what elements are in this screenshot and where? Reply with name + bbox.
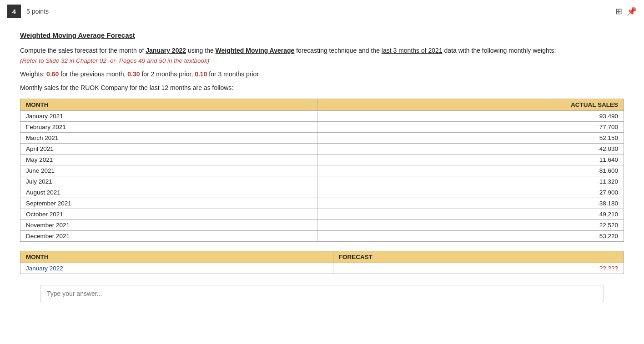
sales-month-cell: November 2021 <box>20 220 317 231</box>
forecast-col1-header: MONTH <box>20 251 333 263</box>
sales-table: MONTH ACTUAL SALES January 2021 93,490 F… <box>20 99 624 242</box>
sales-table-row: July 2021 11,320 <box>20 176 624 187</box>
sales-table-row: March 2021 52,150 <box>20 133 624 144</box>
question-title: Weighted Moving Average Forecast <box>20 31 624 39</box>
sales-month-cell: January 2021 <box>20 111 317 122</box>
sales-month-cell: December 2021 <box>20 231 317 242</box>
forecast-month-cell: January 2022 <box>20 263 333 274</box>
sales-month-cell: June 2021 <box>20 165 317 176</box>
sales-table-row: January 2021 93,490 <box>20 111 624 122</box>
desc-part4: data with the following monthly weights: <box>443 47 556 54</box>
sales-month-cell: March 2021 <box>20 133 317 144</box>
red-italic-note: (Refer to Slide 32 in Chapter 02 -or- Pa… <box>20 57 624 64</box>
sales-month-cell: October 2021 <box>20 209 317 220</box>
sales-value-cell: 42,030 <box>317 144 624 155</box>
sales-table-row: February 2021 77,700 <box>20 122 624 133</box>
sales-table-row: November 2021 22,520 <box>20 220 624 231</box>
weight1-value: 0.60 <box>46 70 59 78</box>
desc-part1: Compute the sales forecast for the month… <box>20 47 146 54</box>
sales-value-cell: 11,320 <box>317 176 624 187</box>
sales-value-cell: 52,150 <box>317 133 624 144</box>
sales-table-row: September 2021 38,180 <box>20 198 624 209</box>
sales-month-cell: April 2021 <box>20 144 317 155</box>
sales-month-cell: May 2021 <box>20 155 317 165</box>
weight3-value: 0.10 <box>195 70 207 78</box>
weight2-desc: for 2 months prior, <box>140 70 195 78</box>
forecast-table-row: January 2022 ??,??? <box>20 263 624 274</box>
desc-part2: using the <box>186 47 216 54</box>
question-number: 4 <box>7 5 21 18</box>
forecast-value-cell: ??,??? <box>333 263 624 274</box>
page-wrapper: 4 5 points ⊞ 📌 Weighted Moving Average F… <box>0 0 644 344</box>
monthly-sales-text: Monthly sales for the RUOK Company for t… <box>20 84 624 91</box>
weights-label: Weights: <box>20 70 45 78</box>
answer-input[interactable] <box>40 285 604 302</box>
sales-value-cell: 77,700 <box>317 122 624 133</box>
sales-value-cell: 11,640 <box>317 155 624 165</box>
sales-value-cell: 93,490 <box>317 111 624 122</box>
sales-value-cell: 27,900 <box>317 187 624 198</box>
desc-underline1: last 3 months of 2021 <box>382 47 443 54</box>
sales-table-row: June 2021 81,600 <box>20 165 624 176</box>
sales-month-cell: August 2021 <box>20 187 317 198</box>
header-icons: ⊞ 📌 <box>615 6 637 16</box>
sales-table-row: October 2021 49,210 <box>20 209 624 220</box>
sales-value-cell: 53,220 <box>317 231 624 242</box>
sales-value-cell: 22,520 <box>317 220 624 231</box>
question-points: 5 points <box>26 8 49 15</box>
answer-input-wrapper <box>40 285 604 302</box>
sales-value-cell: 49,210 <box>317 209 624 220</box>
sales-table-row: May 2021 11,640 <box>20 155 624 165</box>
weight1-desc: for the previous month, <box>59 70 127 78</box>
desc-bold2: Weighted Moving Average <box>216 47 295 54</box>
forecast-col2-header: FORECAST <box>333 251 624 263</box>
pin-icon[interactable]: 📌 <box>627 6 637 16</box>
sales-table-row: August 2021 27,900 <box>20 187 624 198</box>
sales-month-cell: September 2021 <box>20 198 317 209</box>
sales-col1-header: MONTH <box>20 99 317 111</box>
forecast-table: MONTH FORECAST January 2022 ??,??? <box>20 251 624 274</box>
tables-section: MONTH ACTUAL SALES January 2021 93,490 F… <box>20 99 624 274</box>
weight2-value: 0.30 <box>127 70 140 78</box>
desc-bold1: January 2022 <box>146 47 186 54</box>
sales-month-cell: February 2021 <box>20 122 317 133</box>
sales-col2-header: ACTUAL SALES <box>317 99 624 111</box>
weight3-desc: for 3 months prior <box>207 70 259 78</box>
sales-value-cell: 38,180 <box>317 198 624 209</box>
sales-table-row: December 2021 53,220 <box>20 231 624 242</box>
desc-part3: forecasting technique and the <box>294 47 381 54</box>
weights-line: Weights: 0.60 for the previous month, 0.… <box>20 70 624 78</box>
sales-month-cell: July 2021 <box>20 176 317 187</box>
question-description: Compute the sales forecast for the month… <box>20 45 624 55</box>
question-header: 4 5 points ⊞ 📌 <box>0 0 644 23</box>
question-body: Weighted Moving Average Forecast Compute… <box>0 23 644 311</box>
sales-table-row: April 2021 42,030 <box>20 144 624 155</box>
sales-value-cell: 81,600 <box>317 165 624 176</box>
calculator-icon[interactable]: ⊞ <box>615 6 622 16</box>
